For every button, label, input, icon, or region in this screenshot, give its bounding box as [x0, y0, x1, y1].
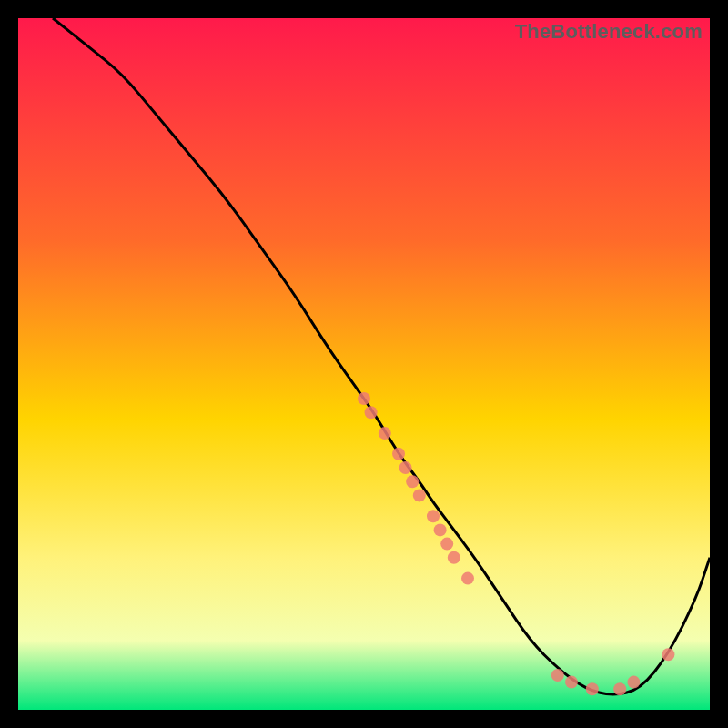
curve-marker: [627, 676, 640, 689]
curve-marker: [461, 572, 474, 585]
curve-marker: [379, 427, 391, 440]
curve-marker: [365, 406, 378, 419]
curve-marker: [413, 489, 426, 501]
bottleneck-curve: [53, 18, 710, 694]
curve-marker: [358, 392, 370, 405]
plot-area: TheBottleneck.com: [18, 18, 710, 710]
curve-layer: [18, 18, 710, 710]
curve-marker: [440, 538, 453, 551]
curve-marker: [427, 510, 440, 522]
watermark-text: TheBottleneck.com: [515, 20, 703, 44]
curve-marker: [434, 523, 447, 536]
curve-marker: [448, 551, 460, 564]
curve-marker: [586, 682, 599, 695]
curve-marker: [551, 669, 564, 682]
curve-marker: [392, 448, 405, 460]
curve-marker: [406, 475, 419, 488]
curve-markers: [358, 392, 674, 695]
curve-marker: [613, 682, 626, 695]
curve-marker: [399, 461, 412, 474]
curve-marker: [565, 676, 578, 689]
chart-frame: TheBottleneck.com: [18, 18, 710, 710]
curve-marker: [662, 648, 674, 661]
